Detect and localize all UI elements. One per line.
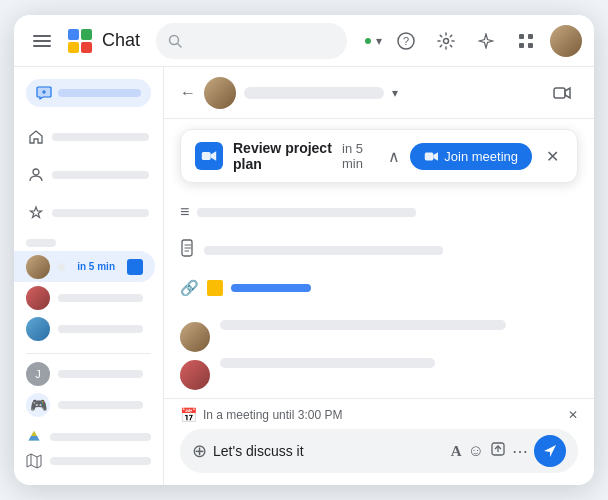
message-bar xyxy=(197,208,416,217)
svg-rect-1 xyxy=(33,40,51,42)
send-button[interactable] xyxy=(534,435,566,467)
sidebar-item-chat-3[interactable] xyxy=(14,314,155,345)
svg-marker-20 xyxy=(27,454,41,468)
svg-rect-23 xyxy=(554,88,565,98)
upload-icon[interactable] xyxy=(490,441,506,461)
spacer xyxy=(180,309,578,314)
menu-icon[interactable] xyxy=(26,25,58,57)
google-chat-logo xyxy=(66,27,94,55)
chevron-down-icon[interactable]: ▾ xyxy=(392,86,398,100)
svg-rect-15 xyxy=(519,43,524,48)
input-row: ⊕ A ☺ ⋯ xyxy=(180,429,578,473)
grid-icon[interactable] xyxy=(510,25,542,57)
meeting-status-bar: 📅 In a meeting until 3:00 PM ✕ xyxy=(180,407,578,423)
format-text-icon[interactable]: A xyxy=(451,443,462,460)
join-meeting-button[interactable]: Join meeting xyxy=(410,143,532,170)
drive-label-bar xyxy=(50,433,151,441)
sidebar-label-bar xyxy=(52,171,149,179)
add-attachment-button[interactable]: ⊕ xyxy=(192,440,207,462)
sidebar-item-chat-J[interactable]: J xyxy=(14,358,155,389)
chat-area: ← ▾ xyxy=(164,67,594,485)
sidebar-item-chat-2[interactable] xyxy=(14,282,155,313)
meeting-status-close-button[interactable]: ✕ xyxy=(568,408,578,422)
svg-rect-16 xyxy=(528,43,533,48)
sidebar-item-label-bar xyxy=(58,370,143,378)
messages-area: ≡ 🔗 xyxy=(164,189,594,398)
back-button[interactable]: ← xyxy=(180,84,196,102)
expand-meeting-icon[interactable]: ∧ xyxy=(388,147,400,166)
message-text-bar xyxy=(220,320,506,330)
svg-rect-0 xyxy=(33,35,51,37)
svg-rect-14 xyxy=(528,34,533,39)
sidebar-item-label-bar xyxy=(58,325,143,333)
sidebar-item-maps[interactable] xyxy=(26,453,151,469)
search-bar[interactable] xyxy=(156,23,347,59)
message-text-bar xyxy=(220,358,435,368)
svg-rect-6 xyxy=(68,42,79,53)
chat-header-actions xyxy=(546,77,578,109)
status-dot xyxy=(363,36,373,46)
sidebar: in 5 min J 🎮 xyxy=(14,67,164,485)
chat-avatar-letter-J: J xyxy=(26,362,50,386)
help-icon[interactable]: ? xyxy=(390,25,422,57)
meeting-banner: Review project plan in 5 min ∧ Join meet… xyxy=(180,129,578,183)
close-meeting-banner-button[interactable]: ✕ xyxy=(542,143,563,170)
new-chat-button[interactable] xyxy=(26,79,151,107)
message-row-1 xyxy=(180,320,578,352)
sidebar-section-header-chat xyxy=(14,235,163,251)
meet-badge-icon xyxy=(127,259,143,275)
meeting-status-text: In a meeting until 3:00 PM xyxy=(203,408,342,422)
sidebar-item-label-bar xyxy=(58,294,143,302)
new-chat-label-bar xyxy=(58,89,141,97)
top-bar: Chat ▾ ? xyxy=(14,15,594,67)
sidebar-item-starred[interactable] xyxy=(14,195,163,231)
svg-line-9 xyxy=(178,43,182,47)
chat-avatar-1 xyxy=(26,255,50,279)
status-indicator[interactable]: ▾ xyxy=(363,34,382,48)
ai-sparkle-icon[interactable] xyxy=(470,25,502,57)
sidebar-badge: in 5 min xyxy=(73,260,119,273)
chat-header: ← ▾ xyxy=(164,67,594,119)
main-layout: in 5 min J 🎮 xyxy=(14,67,594,485)
sidebar-label-bar xyxy=(52,209,149,217)
message-avatar-2 xyxy=(180,360,210,390)
sidebar-item-label-bar xyxy=(58,401,143,409)
svg-point-12 xyxy=(444,38,449,43)
calendar-icon: 📅 xyxy=(180,407,197,423)
sidebar-item-chat-emoji[interactable]: 🎮 xyxy=(14,390,155,421)
app-window: Chat ▾ ? xyxy=(14,15,594,485)
svg-rect-4 xyxy=(68,29,79,40)
sidebar-item-people[interactable] xyxy=(14,157,163,193)
svg-point-19 xyxy=(33,169,39,175)
message-avatar-1 xyxy=(180,322,210,352)
sidebar-item-home[interactable] xyxy=(14,119,163,155)
svg-rect-24 xyxy=(202,152,211,160)
paperclip-icon: 🔗 xyxy=(180,279,199,297)
svg-rect-25 xyxy=(425,152,434,160)
sidebar-item-chat-1[interactable]: in 5 min xyxy=(14,251,155,282)
svg-rect-2 xyxy=(33,45,51,47)
message-row-file xyxy=(180,233,578,267)
meeting-title: Review project plan xyxy=(233,140,332,172)
message-row-icons: ≡ xyxy=(180,197,578,227)
sidebar-label-bar xyxy=(52,133,149,141)
more-options-icon[interactable]: ⋯ xyxy=(512,442,528,461)
document-icon: ≡ xyxy=(180,203,189,221)
sidebar-item-drive[interactable] xyxy=(26,429,151,445)
emoji-icon[interactable]: ☺ xyxy=(468,442,484,460)
user-avatar[interactable] xyxy=(550,25,582,57)
message-content-1 xyxy=(220,320,578,330)
settings-icon[interactable] xyxy=(430,25,462,57)
chat-input-area: 📅 In a meeting until 3:00 PM ✕ ⊕ A ☺ xyxy=(164,398,594,485)
sidebar-item-label-bar xyxy=(58,263,65,271)
yellow-square-icon xyxy=(207,280,223,296)
svg-rect-7 xyxy=(81,42,92,53)
svg-text:?: ? xyxy=(403,35,409,47)
message-content-2 xyxy=(220,358,578,368)
video-call-icon[interactable] xyxy=(546,77,578,109)
chat-avatar-2 xyxy=(26,286,50,310)
chat-header-avatar xyxy=(204,77,236,109)
message-input[interactable] xyxy=(213,443,445,459)
message-row-2 xyxy=(180,358,578,390)
chat-avatar-3 xyxy=(26,317,50,341)
